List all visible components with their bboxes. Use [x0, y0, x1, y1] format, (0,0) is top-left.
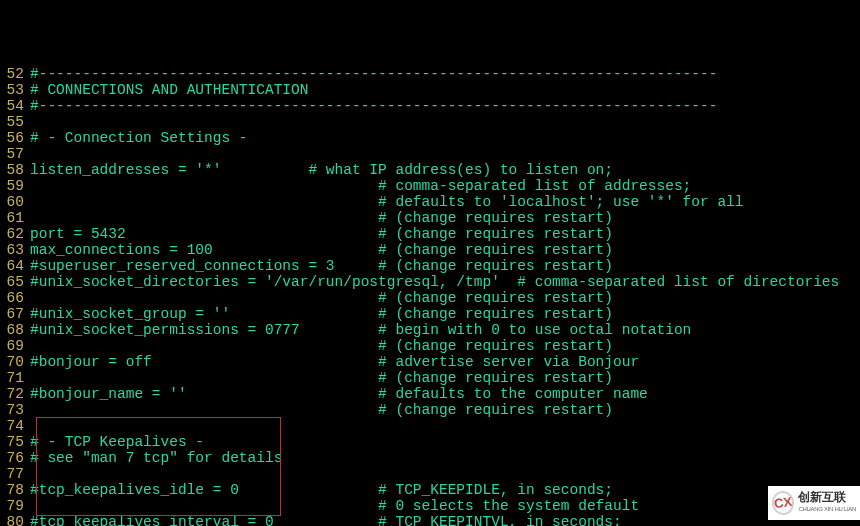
line-content[interactable]: #---------------------------------------…: [30, 66, 860, 82]
line-content[interactable]: [30, 114, 860, 130]
line-content[interactable]: #bonjour = off # advertise server via Bo…: [30, 354, 860, 370]
line-content[interactable]: #superuser_reserved_connections = 3 # (c…: [30, 258, 860, 274]
code-line[interactable]: 78#tcp_keepalives_idle = 0 # TCP_KEEPIDL…: [0, 482, 860, 498]
line-content[interactable]: port = 5432 # (change requires restart): [30, 226, 860, 242]
code-line[interactable]: 52#-------------------------------------…: [0, 66, 860, 82]
line-content[interactable]: # (change requires restart): [30, 370, 860, 386]
line-number: 73: [0, 402, 30, 418]
code-line[interactable]: 60 # defaults to 'localhost'; use '*' fo…: [0, 194, 860, 210]
line-number: 76: [0, 450, 30, 466]
line-number: 62: [0, 226, 30, 242]
code-line[interactable]: 80#tcp_keepalives_interval = 0 # TCP_KEE…: [0, 514, 860, 526]
line-content[interactable]: # comma-separated list of addresses;: [30, 178, 860, 194]
line-content[interactable]: # - Connection Settings -: [30, 130, 860, 146]
line-content[interactable]: #bonjour_name = '' # defaults to the com…: [30, 386, 860, 402]
code-line[interactable]: 77: [0, 466, 860, 482]
code-line[interactable]: 79 # 0 selects the system default: [0, 498, 860, 514]
line-number: 69: [0, 338, 30, 354]
line-number: 52: [0, 66, 30, 82]
code-line[interactable]: 57: [0, 146, 860, 162]
line-content[interactable]: #---------------------------------------…: [30, 98, 860, 114]
line-content[interactable]: # (change requires restart): [30, 338, 860, 354]
watermark-text: 创新互联 CHUANG XIN HU LIAN: [798, 491, 856, 515]
code-line[interactable]: 65#unix_socket_directories = '/var/run/p…: [0, 274, 860, 290]
line-number: 80: [0, 514, 30, 526]
line-content[interactable]: [30, 418, 860, 434]
line-number: 60: [0, 194, 30, 210]
line-number: 72: [0, 386, 30, 402]
code-line[interactable]: 70#bonjour = off # advertise server via …: [0, 354, 860, 370]
line-number: 79: [0, 498, 30, 514]
line-number: 70: [0, 354, 30, 370]
line-content[interactable]: # see "man 7 tcp" for details: [30, 450, 860, 466]
code-line[interactable]: 66 # (change requires restart): [0, 290, 860, 306]
watermark-line2: CHUANG XIN HU LIAN: [798, 503, 856, 515]
line-number: 57: [0, 146, 30, 162]
line-content[interactable]: # defaults to 'localhost'; use '*' for a…: [30, 194, 860, 210]
line-number: 74: [0, 418, 30, 434]
code-line[interactable]: 64#superuser_reserved_connections = 3 # …: [0, 258, 860, 274]
line-number: 54: [0, 98, 30, 114]
line-number: 68: [0, 322, 30, 338]
line-content[interactable]: listen_addresses = '*' # what IP address…: [30, 162, 860, 178]
code-line[interactable]: 75# - TCP Keepalives -: [0, 434, 860, 450]
code-line[interactable]: 71 # (change requires restart): [0, 370, 860, 386]
code-line[interactable]: 73 # (change requires restart): [0, 402, 860, 418]
line-number: 71: [0, 370, 30, 386]
watermark-line1: 创新互联: [798, 491, 856, 503]
code-editor[interactable]: 52#-------------------------------------…: [0, 64, 860, 526]
code-line[interactable]: 76# see "man 7 tcp" for details: [0, 450, 860, 466]
code-line[interactable]: 61 # (change requires restart): [0, 210, 860, 226]
code-line[interactable]: 54#-------------------------------------…: [0, 98, 860, 114]
line-content[interactable]: # (change requires restart): [30, 210, 860, 226]
code-line[interactable]: 72#bonjour_name = '' # defaults to the c…: [0, 386, 860, 402]
watermark-logo-icon: CX: [770, 490, 796, 517]
line-content[interactable]: # (change requires restart): [30, 290, 860, 306]
line-number: 59: [0, 178, 30, 194]
line-number: 53: [0, 82, 30, 98]
watermark-badge: CX 创新互联 CHUANG XIN HU LIAN: [768, 486, 860, 520]
code-line[interactable]: 56# - Connection Settings -: [0, 130, 860, 146]
line-number: 78: [0, 482, 30, 498]
code-line[interactable]: 55: [0, 114, 860, 130]
line-number: 75: [0, 434, 30, 450]
line-number: 55: [0, 114, 30, 130]
line-content[interactable]: #unix_socket_directories = '/var/run/pos…: [30, 274, 860, 290]
line-number: 65: [0, 274, 30, 290]
line-content[interactable]: # 0 selects the system default: [30, 498, 860, 514]
line-number: 58: [0, 162, 30, 178]
line-content[interactable]: # CONNECTIONS AND AUTHENTICATION: [30, 82, 860, 98]
line-content[interactable]: #tcp_keepalives_interval = 0 # TCP_KEEPI…: [30, 514, 860, 526]
line-number: 64: [0, 258, 30, 274]
code-line[interactable]: 53# CONNECTIONS AND AUTHENTICATION: [0, 82, 860, 98]
code-line[interactable]: 74: [0, 418, 860, 434]
line-number: 56: [0, 130, 30, 146]
code-line[interactable]: 69 # (change requires restart): [0, 338, 860, 354]
code-line[interactable]: 62port = 5432 # (change requires restart…: [0, 226, 860, 242]
code-line[interactable]: 68#unix_socket_permissions = 0777 # begi…: [0, 322, 860, 338]
line-content[interactable]: # (change requires restart): [30, 402, 860, 418]
code-line[interactable]: 63max_connections = 100 # (change requir…: [0, 242, 860, 258]
line-number: 63: [0, 242, 30, 258]
line-content[interactable]: max_connections = 100 # (change requires…: [30, 242, 860, 258]
line-content[interactable]: #unix_socket_group = '' # (change requir…: [30, 306, 860, 322]
line-content[interactable]: # - TCP Keepalives -: [30, 434, 860, 450]
line-number: 66: [0, 290, 30, 306]
line-content[interactable]: #tcp_keepalives_idle = 0 # TCP_KEEPIDLE,…: [30, 482, 860, 498]
line-number: 67: [0, 306, 30, 322]
code-line[interactable]: 67#unix_socket_group = '' # (change requ…: [0, 306, 860, 322]
line-content[interactable]: [30, 146, 860, 162]
code-line[interactable]: 59 # comma-separated list of addresses;: [0, 178, 860, 194]
code-line[interactable]: 58listen_addresses = '*' # what IP addre…: [0, 162, 860, 178]
line-content[interactable]: #unix_socket_permissions = 0777 # begin …: [30, 322, 860, 338]
line-number: 61: [0, 210, 30, 226]
line-content[interactable]: [30, 466, 860, 482]
line-number: 77: [0, 466, 30, 482]
